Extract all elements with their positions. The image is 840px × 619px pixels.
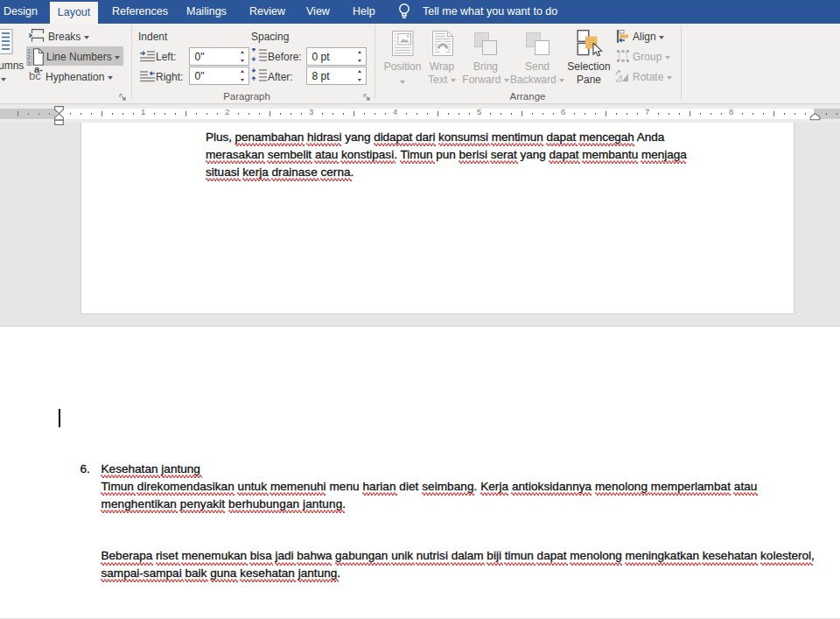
svg-text:1:: 1:	[27, 48, 32, 54]
svg-text:2:: 2:	[27, 54, 32, 60]
svg-text:3:: 3:	[27, 60, 32, 66]
